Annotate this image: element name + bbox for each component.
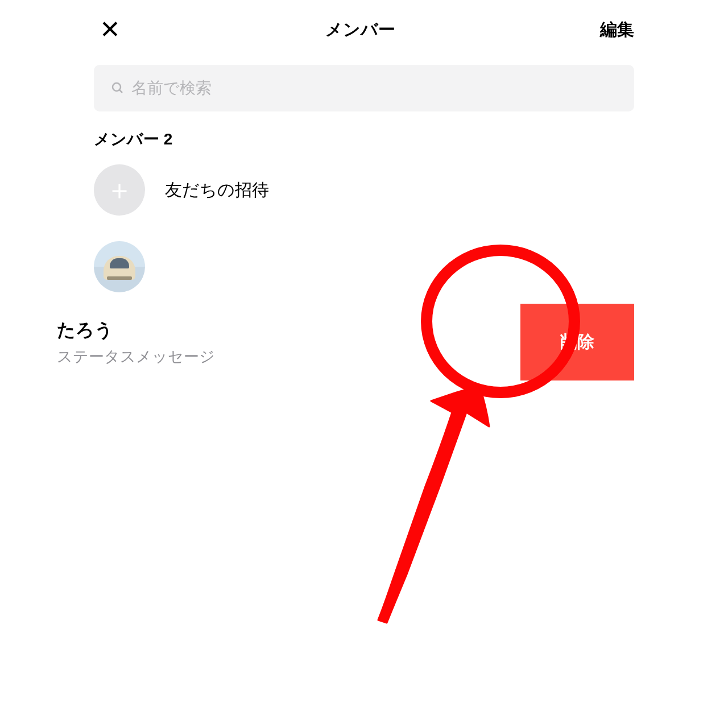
close-icon[interactable]: ✕ (100, 17, 121, 42)
svg-point-0 (113, 83, 121, 91)
plus-icon: ＋ (106, 176, 133, 204)
delete-button[interactable]: 削除 (520, 304, 634, 380)
member-avatar[interactable] (94, 241, 145, 292)
member-name: たろう (57, 318, 520, 343)
section-header: メンバー 2 (94, 129, 728, 150)
header: ✕ メンバー 編集 (0, 0, 728, 59)
svg-line-1 (119, 90, 122, 93)
search-placeholder: 名前で検索 (131, 77, 212, 99)
invite-friends-row[interactable]: ＋ 友だちの招待 (0, 150, 728, 230)
invite-avatar: ＋ (94, 164, 145, 216)
page-title: メンバー (325, 18, 395, 42)
search-input[interactable]: 名前で検索 (94, 65, 634, 111)
member-row-swiped: たろう ステータスメッセージ 削除 (0, 304, 728, 380)
member-status: ステータスメッセージ (57, 346, 520, 367)
member-info[interactable]: たろう ステータスメッセージ (0, 318, 520, 367)
annotation-arrow (318, 381, 518, 626)
invite-label: 友だちの招待 (165, 179, 269, 202)
search-icon (111, 81, 125, 95)
edit-button[interactable]: 編集 (600, 18, 634, 42)
